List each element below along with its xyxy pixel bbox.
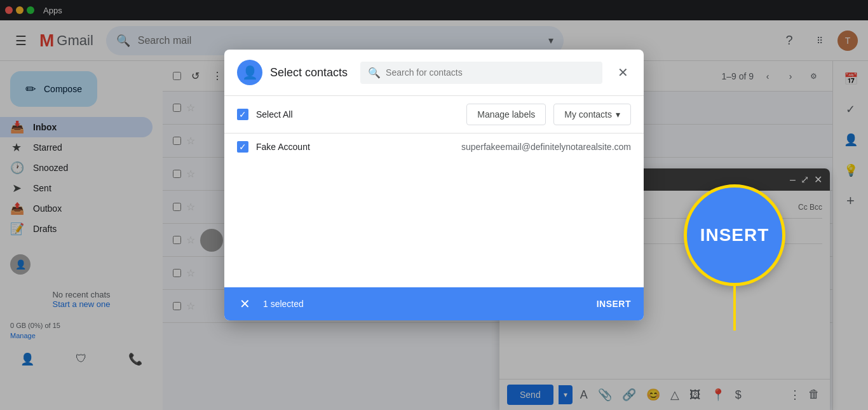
insert-circle-label: INSERT [700, 225, 770, 245]
footer-insert-button[interactable]: INSERT [597, 299, 631, 309]
modal-search-icon: 🔍 [368, 67, 381, 79]
select-all-label: Select All [256, 109, 459, 120]
select-all-row: ✓ Select All Manage labels My contacts ▾ [224, 96, 644, 133]
modal-title: Select contacts [270, 66, 348, 79]
insert-circle[interactable]: INSERT [684, 184, 785, 286]
my-contacts-dropdown-icon[interactable]: ▾ [616, 109, 620, 120]
contact-checkbox[interactable]: ✓ [237, 141, 248, 153]
my-contacts-button[interactable]: My contacts ▾ [553, 104, 631, 125]
modal-search-bar[interactable]: 🔍 [360, 62, 602, 84]
manage-labels-button[interactable]: Manage labels [466, 104, 546, 125]
modal-search-input[interactable] [386, 67, 595, 78]
modal-header-icon: 👤 [237, 60, 262, 85]
footer-selected-text: 1 selected [263, 299, 597, 309]
contact-email: superfakeemail@definitelynotarealsite.co… [461, 142, 631, 152]
callout-connector-line [733, 286, 736, 331]
modal-close-button[interactable]: ✕ [615, 62, 631, 83]
person-modal-icon: 👤 [242, 65, 258, 80]
modal-footer: ✕ 1 selected INSERT [224, 287, 644, 320]
contact-row: ✓ Fake Account superfakeemail@definitely… [224, 133, 644, 160]
contact-name: Fake Account [256, 142, 454, 152]
select-all-checkbox[interactable]: ✓ [237, 109, 248, 120]
modal-header: 👤 Select contacts 🔍 ✕ [224, 50, 644, 96]
select-contacts-modal: 👤 Select contacts 🔍 ✕ ✓ Select All Manag… [224, 50, 644, 320]
my-contacts-label: My contacts [564, 109, 612, 120]
insert-callout: INSERT [684, 184, 785, 331]
footer-close-button[interactable]: ✕ [237, 294, 253, 314]
